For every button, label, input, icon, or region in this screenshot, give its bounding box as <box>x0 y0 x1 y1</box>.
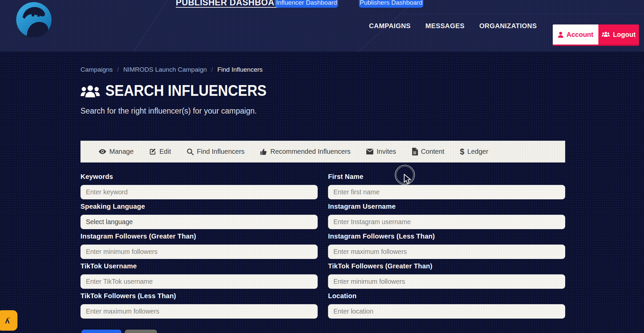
tiktok-followers-max-input[interactable] <box>80 304 318 319</box>
tab-label: Ledger <box>467 148 488 155</box>
tab-label: Content <box>421 148 444 155</box>
language-select-value: Select language <box>86 218 133 226</box>
header-decor-lines <box>0 0 644 52</box>
account-block: Account Logout <box>553 24 639 46</box>
page-subtitle: Search for the right influencer(s) for y… <box>80 107 257 116</box>
nav-organizations[interactable]: ORGANIZATIONS <box>479 22 537 30</box>
breadcrumb-campaign-name[interactable]: NIMRODS Launch Campaign <box>123 66 207 73</box>
influencer-search-form: Keywords Speaking Language Select langua… <box>80 173 565 322</box>
envelope-icon <box>366 148 374 155</box>
field-keywords: Keywords <box>80 173 318 199</box>
tab-label: Invites <box>377 148 396 155</box>
search-icon <box>186 148 194 155</box>
keywords-input[interactable] <box>80 185 318 199</box>
field-label: Instagram Followers (Greater Than) <box>80 232 318 240</box>
field-instagram-followers-min: Instagram Followers (Greater Than) <box>80 232 318 259</box>
account-button[interactable]: Account <box>553 24 598 46</box>
document-icon <box>412 148 418 155</box>
publisher-dashboard-heading: PUBLISHER DASHBOARD <box>176 0 287 8</box>
field-label: Speaking Language <box>80 203 318 210</box>
edit-icon <box>149 148 156 155</box>
page: PUBLISHER DASHBOARD Influencer Dashboard… <box>0 0 644 333</box>
form-secondary-button-partial[interactable] <box>125 330 157 333</box>
tab-manage[interactable]: Manage <box>99 148 133 155</box>
dev-toolbar-badge[interactable] <box>0 310 17 331</box>
thumbs-up-icon <box>260 148 267 155</box>
tab-label: Find Influencers <box>197 148 245 155</box>
field-location: Location <box>328 292 565 319</box>
tab-invites[interactable]: Invites <box>366 148 396 155</box>
field-label: TikTok Followers (Greater Than) <box>328 262 565 270</box>
field-label: Keywords <box>80 173 318 181</box>
dollar-icon: $ <box>460 148 464 156</box>
header: PUBLISHER DASHBOARD Influencer Dashboard… <box>0 0 644 52</box>
astro-a-icon <box>2 316 12 326</box>
field-label: First Name <box>328 173 565 181</box>
instagram-followers-min-input[interactable] <box>80 245 318 259</box>
breadcrumb-current: Find Influencers <box>217 66 263 73</box>
breadcrumb-separator: / <box>117 66 119 73</box>
vr-headset-logo[interactable] <box>15 1 53 39</box>
influencer-dashboard-button[interactable]: Influencer Dashboard <box>275 0 338 8</box>
tiktok-followers-min-input[interactable] <box>328 274 565 289</box>
field-instagram-followers-max: Instagram Followers (Less Than) <box>328 232 565 259</box>
breadcrumb: Campaigns / NIMRODS Launch Campaign / Fi… <box>80 66 263 73</box>
field-label: Location <box>328 292 565 300</box>
form-right-column: First Name Instagram Username Instagram … <box>328 173 565 322</box>
field-label: TikTok Followers (Less Than) <box>80 292 318 300</box>
first-name-input[interactable] <box>328 185 565 199</box>
field-tiktok-followers-max: TikTok Followers (Less Than) <box>80 292 318 319</box>
person-icon <box>558 31 564 38</box>
tab-content[interactable]: Content <box>412 148 444 155</box>
main-nav: CAMPAIGNS MESSAGES ORGANIZATIONS <box>369 0 537 52</box>
users-group-icon <box>602 31 610 38</box>
form-submit-button-partial[interactable] <box>82 330 121 333</box>
instagram-username-input[interactable] <box>328 215 565 229</box>
eye-icon <box>99 148 106 155</box>
location-input[interactable] <box>328 304 565 319</box>
nav-campaigns[interactable]: CAMPAIGNS <box>369 22 411 30</box>
field-instagram-username: Instagram Username <box>328 203 565 229</box>
tab-edit[interactable]: Edit <box>149 148 171 155</box>
tab-label: Recommended Influencers <box>270 148 351 155</box>
campaign-tabbar: Manage Edit Find Influencers Recommended… <box>80 141 565 162</box>
field-tiktok-username: TikTok Username <box>80 262 318 289</box>
field-label: Instagram Followers (Less Than) <box>328 232 565 240</box>
instagram-followers-max-input[interactable] <box>328 245 565 259</box>
field-label: TikTok Username <box>80 262 318 270</box>
breadcrumb-separator: / <box>211 66 213 73</box>
tab-label: Manage <box>109 148 133 155</box>
logout-button-label: Logout <box>613 31 636 39</box>
tab-recommended-influencers[interactable]: Recommended Influencers <box>260 148 351 155</box>
breadcrumb-campaigns[interactable]: Campaigns <box>80 66 113 73</box>
account-button-label: Account <box>567 31 593 39</box>
field-first-name: First Name <box>328 173 565 199</box>
tab-find-influencers[interactable]: Find Influencers <box>186 148 245 155</box>
tab-label: Edit <box>159 148 171 155</box>
field-speaking-language: Speaking Language Select language <box>80 203 318 229</box>
field-label: Instagram Username <box>328 203 565 210</box>
field-tiktok-followers-min: TikTok Followers (Greater Than) <box>328 262 565 289</box>
logout-button[interactable]: Logout <box>598 24 639 46</box>
form-left-column: Keywords Speaking Language Select langua… <box>80 173 318 322</box>
tiktok-username-input[interactable] <box>80 274 318 289</box>
language-select[interactable]: Select language <box>80 215 318 229</box>
tab-ledger[interactable]: $ Ledger <box>460 148 488 156</box>
page-title: SEARCH INFLUENCERS <box>105 81 267 99</box>
nav-messages[interactable]: MESSAGES <box>425 22 465 30</box>
users-icon <box>80 85 100 99</box>
